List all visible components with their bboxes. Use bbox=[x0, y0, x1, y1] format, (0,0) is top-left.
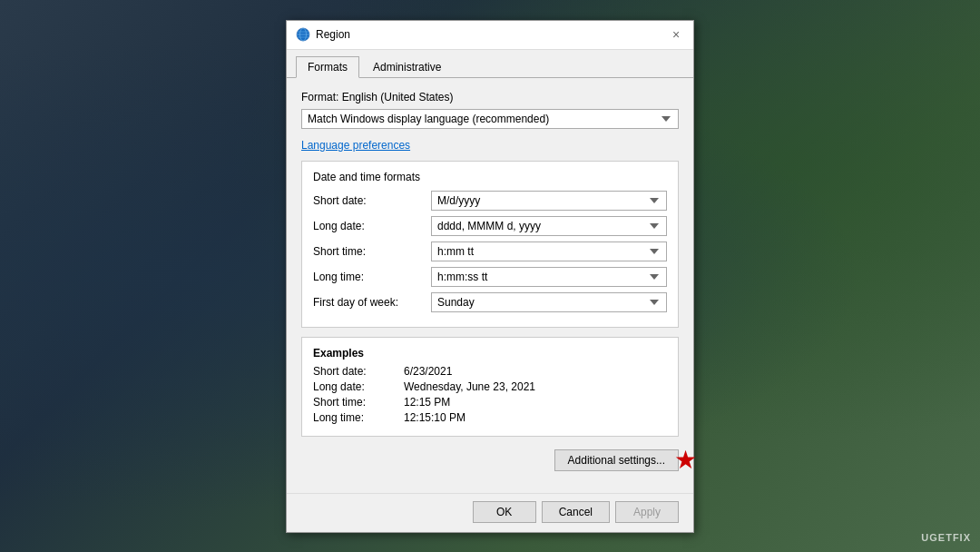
short-date-label: Short date: bbox=[313, 194, 431, 207]
first-day-row: First day of week: Sunday bbox=[313, 292, 667, 312]
example-long-date: Long date: Wednesday, June 23, 2021 bbox=[313, 380, 667, 393]
long-date-row: Long date: dddd, MMMM d, yyyy bbox=[313, 216, 667, 236]
dialog-title: Region bbox=[316, 28, 350, 41]
additional-settings-button[interactable]: Additional settings... bbox=[554, 449, 679, 471]
star-icon: ★ bbox=[674, 448, 697, 473]
example-short-date: Short date: 6/23/2021 bbox=[313, 365, 667, 378]
tabs-bar: Formats Administrative bbox=[287, 50, 693, 78]
examples-section: Examples Short date: 6/23/2021 Long date… bbox=[301, 337, 679, 437]
example-long-date-value: Wednesday, June 23, 2021 bbox=[404, 380, 535, 393]
date-time-section: Date and time formats Short date: M/d/yy… bbox=[301, 161, 679, 328]
example-short-date-label: Short date: bbox=[313, 365, 404, 378]
long-date-select[interactable]: dddd, MMMM d, yyyy bbox=[431, 216, 667, 236]
date-time-section-title: Date and time formats bbox=[313, 171, 667, 183]
title-bar: Region × bbox=[287, 21, 693, 50]
example-long-time: Long time: 12:15:10 PM bbox=[313, 411, 667, 424]
globe-icon bbox=[296, 27, 310, 42]
long-time-label: Long time: bbox=[313, 271, 431, 283]
example-long-time-value: 12:15:10 PM bbox=[404, 411, 466, 424]
tab-administrative[interactable]: Administrative bbox=[361, 56, 453, 78]
cancel-button[interactable]: Cancel bbox=[542, 501, 610, 523]
first-day-select[interactable]: Sunday bbox=[431, 292, 667, 312]
short-time-row: Short time: h:mm tt bbox=[313, 242, 667, 261]
format-label: Format: English (United States) bbox=[301, 91, 679, 104]
example-long-time-label: Long time: bbox=[313, 411, 404, 424]
region-dialog: Region × Formats Administrative Format: … bbox=[286, 20, 694, 533]
long-date-label: Long date: bbox=[313, 220, 431, 232]
language-preferences-link[interactable]: Language preferences bbox=[301, 139, 410, 152]
long-time-select[interactable]: h:mm:ss tt bbox=[431, 267, 667, 287]
short-date-row: Short date: M/d/yyyy bbox=[313, 191, 667, 211]
watermark: UGETFIX bbox=[921, 532, 971, 543]
short-time-select[interactable]: h:mm tt bbox=[431, 242, 667, 261]
ok-button[interactable]: OK bbox=[473, 501, 536, 523]
short-date-select[interactable]: M/d/yyyy bbox=[431, 191, 667, 211]
first-day-label: First day of week: bbox=[313, 296, 431, 309]
apply-button[interactable]: Apply bbox=[615, 501, 679, 523]
bottom-buttons: OK Cancel Apply bbox=[287, 493, 693, 532]
example-short-time-label: Short time: bbox=[313, 396, 404, 409]
example-short-date-value: 6/23/2021 bbox=[404, 365, 452, 378]
example-long-date-label: Long date: bbox=[313, 380, 404, 393]
examples-title: Examples bbox=[313, 347, 667, 360]
close-button[interactable]: × bbox=[666, 25, 686, 44]
title-bar-left: Region bbox=[296, 27, 350, 42]
example-short-time: Short time: 12:15 PM bbox=[313, 396, 667, 409]
format-dropdown[interactable]: Match Windows display language (recommen… bbox=[301, 109, 679, 129]
tab-formats[interactable]: Formats bbox=[296, 56, 359, 78]
long-time-row: Long time: h:mm:ss tt bbox=[313, 267, 667, 287]
dialog-content: Format: English (United States) Match Wi… bbox=[287, 78, 693, 493]
short-time-label: Short time: bbox=[313, 245, 431, 258]
additional-settings-row: Additional settings... ★ bbox=[301, 449, 679, 471]
example-short-time-value: 12:15 PM bbox=[404, 396, 450, 409]
